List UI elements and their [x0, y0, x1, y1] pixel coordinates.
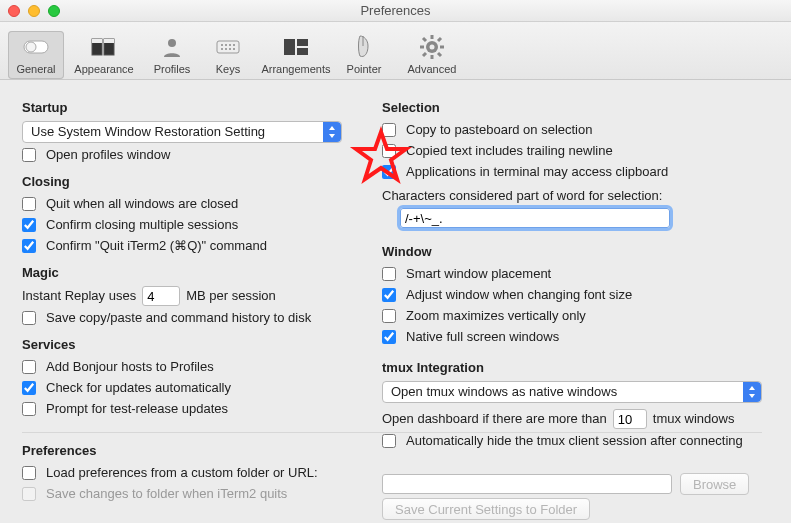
- svg-point-10: [229, 44, 231, 46]
- tab-arrangements[interactable]: Arrangements: [256, 31, 336, 79]
- test-release-label: Prompt for test-release updates: [46, 400, 228, 418]
- updates-label: Check for updates automatically: [46, 379, 231, 397]
- save-copy-checkbox[interactable]: [22, 311, 36, 325]
- svg-point-15: [233, 48, 235, 50]
- confirm-quit-checkbox[interactable]: [22, 239, 36, 253]
- bonjour-checkbox[interactable]: [22, 360, 36, 374]
- instant-replay-input[interactable]: [142, 286, 180, 306]
- instant-replay-post: MB per session: [186, 287, 276, 305]
- svg-point-21: [430, 45, 435, 50]
- tab-general[interactable]: General: [8, 31, 64, 79]
- quit-all-label: Quit when all windows are closed: [46, 195, 238, 213]
- save-prefs-label: Save changes to folder when iTerm2 quits: [46, 485, 287, 503]
- preferences-section-title: Preferences: [22, 443, 362, 458]
- tmux-dropdown[interactable]: Open tmux windows as native windows: [382, 381, 762, 403]
- browse-button[interactable]: Browse: [680, 473, 749, 495]
- svg-marker-33: [749, 394, 755, 398]
- native-fullscreen-checkbox[interactable]: [382, 330, 396, 344]
- chevron-updown-icon: [323, 122, 341, 142]
- tab-profiles[interactable]: Profiles: [144, 31, 200, 79]
- svg-point-13: [225, 48, 227, 50]
- svg-point-14: [229, 48, 231, 50]
- tmux-dash-pre: Open dashboard if there are more than: [382, 410, 607, 428]
- confirm-multi-checkbox[interactable]: [22, 218, 36, 232]
- tmux-dash-post: tmux windows: [653, 410, 735, 428]
- updates-checkbox[interactable]: [22, 381, 36, 395]
- chevron-updown-icon: [743, 382, 761, 402]
- selection-title: Selection: [382, 100, 773, 115]
- word-chars-input[interactable]: [400, 208, 670, 228]
- tmux-autohide-checkbox[interactable]: [382, 434, 396, 448]
- switch-icon: [20, 33, 52, 61]
- tab-appearance-label: Appearance: [64, 63, 144, 75]
- closing-title: Closing: [22, 174, 362, 189]
- svg-rect-7: [217, 41, 239, 53]
- adjust-font-label: Adjust window when changing font size: [406, 286, 632, 304]
- svg-point-1: [26, 42, 36, 52]
- gear-icon: [416, 33, 448, 61]
- zoom-vertical-checkbox[interactable]: [382, 309, 396, 323]
- trailing-newline-label: Copied text includes trailing newline: [406, 142, 613, 160]
- quit-all-checkbox[interactable]: [22, 197, 36, 211]
- svg-marker-32: [749, 386, 755, 390]
- tab-advanced[interactable]: Advanced: [392, 31, 472, 79]
- svg-line-26: [423, 38, 426, 41]
- zoom-window-button[interactable]: [48, 5, 60, 17]
- startup-dropdown[interactable]: Use System Window Restoration Setting: [22, 121, 342, 143]
- tab-pointer-label: Pointer: [336, 63, 392, 75]
- svg-point-6: [168, 39, 176, 47]
- svg-rect-18: [297, 48, 308, 55]
- save-settings-button[interactable]: Save Current Settings to Folder: [382, 498, 590, 520]
- arrangements-icon: [280, 33, 312, 61]
- copy-pasteboard-checkbox[interactable]: [382, 123, 396, 137]
- svg-line-29: [423, 53, 426, 56]
- tab-keys[interactable]: Keys: [200, 31, 256, 79]
- native-fullscreen-label: Native full screen windows: [406, 328, 559, 346]
- keys-icon: [212, 33, 244, 61]
- trailing-newline-checkbox[interactable]: [382, 144, 396, 158]
- instant-replay-pre: Instant Replay uses: [22, 287, 136, 305]
- confirm-multi-label: Confirm closing multiple sessions: [46, 216, 238, 234]
- tmux-autohide-label: Automatically hide the tmux client sessi…: [406, 432, 743, 450]
- confirm-quit-label: Confirm "Quit iTerm2 (⌘Q)" command: [46, 237, 267, 255]
- save-copy-label: Save copy/paste and command history to d…: [46, 309, 311, 327]
- left-column: Startup Use System Window Restoration Se…: [22, 90, 362, 513]
- close-window-button[interactable]: [8, 5, 20, 17]
- test-release-checkbox[interactable]: [22, 402, 36, 416]
- tab-appearance[interactable]: Appearance: [64, 31, 144, 79]
- magic-title: Magic: [22, 265, 362, 280]
- svg-rect-16: [284, 39, 295, 55]
- window-section-title: Window: [382, 244, 773, 259]
- apps-clipboard-checkbox[interactable]: [382, 165, 396, 179]
- startup-title: Startup: [22, 100, 362, 115]
- load-prefs-checkbox[interactable]: [22, 466, 36, 480]
- tmux-title: tmux Integration: [382, 360, 773, 375]
- smart-placement-checkbox[interactable]: [382, 267, 396, 281]
- titlebar: Preferences: [0, 0, 791, 22]
- zoom-vertical-label: Zoom maximizes vertically only: [406, 307, 586, 325]
- word-chars-label: Characters considered part of word for s…: [382, 187, 662, 205]
- profiles-icon: [156, 33, 188, 61]
- svg-marker-30: [329, 126, 335, 130]
- tab-arrangements-label: Arrangements: [256, 63, 336, 75]
- svg-marker-31: [329, 134, 335, 138]
- tmux-dash-input[interactable]: [613, 409, 647, 429]
- open-profiles-checkbox[interactable]: [22, 148, 36, 162]
- smart-placement-label: Smart window placement: [406, 265, 551, 283]
- tab-pointer[interactable]: Pointer: [336, 31, 392, 79]
- tab-advanced-label: Advanced: [392, 63, 472, 75]
- bonjour-label: Add Bonjour hosts to Profiles: [46, 358, 214, 376]
- minimize-window-button[interactable]: [28, 5, 40, 17]
- svg-point-11: [233, 44, 235, 46]
- svg-rect-4: [92, 39, 102, 43]
- copy-pasteboard-label: Copy to pasteboard on selection: [406, 121, 592, 139]
- save-prefs-checkbox: [22, 487, 36, 501]
- adjust-font-checkbox[interactable]: [382, 288, 396, 302]
- content-area: Startup Use System Window Restoration Se…: [0, 80, 791, 523]
- svg-line-27: [438, 53, 441, 56]
- preferences-toolbar: General Appearance Profiles Keys Arrange…: [0, 22, 791, 80]
- tab-general-label: General: [8, 63, 64, 75]
- services-title: Services: [22, 337, 362, 352]
- svg-point-12: [221, 48, 223, 50]
- window-controls: [8, 5, 60, 17]
